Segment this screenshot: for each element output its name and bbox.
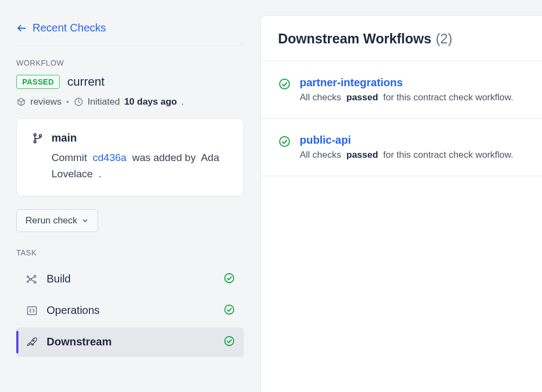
commit-header: main [32,132,228,144]
meta-initiated-value: 10 days ago [124,97,177,107]
sidebar: Recent Checks WORKFLOW PASSED current re… [0,0,260,392]
svg-point-15 [280,79,289,89]
graph-icon [25,273,39,285]
task-section-label: TASK [16,248,244,257]
svg-point-10 [225,274,234,283]
workflow-meta: reviews • Initiated 10 days ago. [16,97,244,107]
workflow-row-body: public-api All checks passed for this co… [300,134,525,160]
workflow-section-label: WORKFLOW [16,59,244,67]
workflow-desc: All checks passed for this contract chec… [300,92,525,103]
task-label: Build [47,273,223,285]
check-circle-icon [223,304,235,318]
main-header: Downstream Workflows (2) [261,16,542,61]
commit-body: Commit cd436a was added by Ada Lovelace … [32,150,228,183]
commit-prefix: Commit [51,152,87,163]
branch-icon [32,132,44,144]
back-link-label: Recent Checks [33,22,106,34]
workflow-name: current [67,75,104,89]
task-item-build[interactable]: Build [16,265,244,294]
cube-icon [16,97,26,107]
chevron-down-icon [81,217,89,224]
task-label: Operations [47,304,223,317]
svg-rect-11 [28,306,37,314]
task-item-operations[interactable]: Operations [16,296,244,325]
commit-hash-link[interactable]: cd436a [93,152,126,163]
back-link[interactable]: Recent Checks [16,22,244,34]
workflow-desc: All checks passed for this contract chec… [300,150,525,160]
braces-icon [25,305,39,317]
rerun-label: Rerun check [25,215,77,226]
workflow-row: public-api All checks passed for this co… [261,119,542,176]
svg-point-16 [280,137,289,146]
clock-icon [74,97,83,107]
check-circle-icon [278,76,291,93]
workflow-row: partner-integrations All checks passed f… [261,61,542,119]
status-badge: PASSED [16,75,60,89]
main-panel: Downstream Workflows (2) partner-integra… [260,15,542,392]
check-circle-icon [278,134,291,150]
branch-name: main [51,132,77,144]
check-circle-icon [223,272,235,286]
commit-card: main Commit cd436a was added by Ada Love… [16,118,244,196]
page-title: Downstream Workflows [278,31,431,47]
rerun-check-button[interactable]: Rerun check [16,209,98,232]
divider [16,45,244,46]
meta-source: reviews [30,97,62,107]
commit-middle: was added by [132,152,196,163]
task-label: Downstream [47,336,223,348]
commit-suffix: . [99,168,101,179]
arrow-left-icon [16,23,27,34]
task-list: Build Operations [16,265,244,357]
workflow-row-body: partner-integrations All checks passed f… [300,76,525,103]
svg-point-14 [225,337,234,346]
meta-initiated-label: Initiated [88,97,120,107]
workflow-link[interactable]: public-api [300,134,525,146]
meta-dot: • [66,97,69,107]
svg-point-13 [33,340,34,341]
workflow-link[interactable]: partner-integrations [300,76,525,89]
rocket-icon [25,336,39,348]
task-item-downstream[interactable]: Downstream [16,327,244,357]
svg-point-12 [225,305,234,314]
check-circle-icon [223,335,235,349]
page-count: (2) [436,31,453,47]
workflow-header: PASSED current [16,75,244,89]
